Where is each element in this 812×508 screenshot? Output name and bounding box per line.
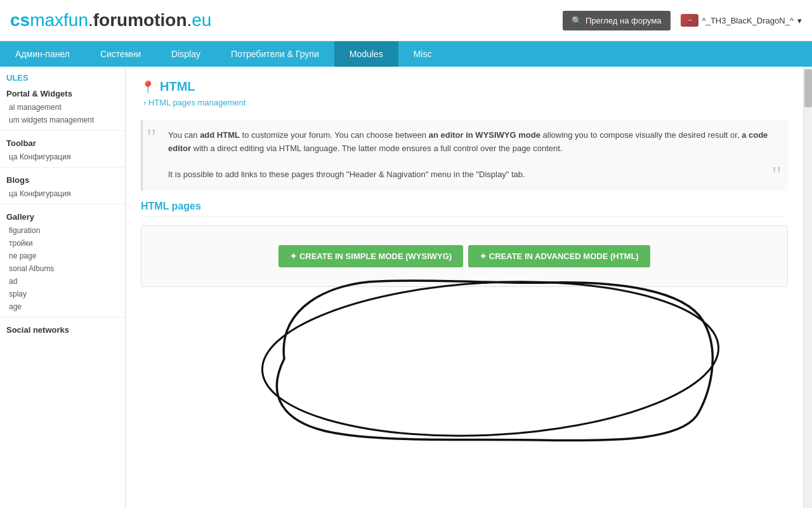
nav-item-display[interactable]: Display <box>156 41 216 67</box>
html-pages-section-title: HTML pages <box>141 201 788 217</box>
sidebar-divider-4 <box>0 317 125 318</box>
sidebar-divider-1 <box>0 130 125 131</box>
sidebar-group-portal: Portal & Widgets <box>0 85 125 101</box>
page-title-row: 📍 HTML <box>141 79 788 94</box>
breadcrumb: › HTML pages management <box>141 98 788 107</box>
scrollbar-thumb[interactable] <box>804 69 812 107</box>
create-advanced-mode-button[interactable]: ✦ CREATE IN ADVANCED MODE (HTML) <box>468 245 650 267</box>
logo-dot1: . <box>88 10 93 30</box>
sidebar-item-um-widgets[interactable]: um widgets management <box>0 114 125 126</box>
html-pages-box: ✦ CREATE IN SIMPLE MODE (WYSIWYG) ✦ CREA… <box>141 225 788 287</box>
layout: ULES Portal & Widgets al management um w… <box>0 67 812 508</box>
sidebar-item-gallery-page[interactable]: ne page <box>0 250 125 262</box>
sidebar-item-gallery-age[interactable]: age <box>0 300 125 313</box>
sidebar-item-gallery-upload[interactable]: ad <box>0 275 125 288</box>
sidebar-item-toolbar-config[interactable]: ца Конфигурация <box>0 150 125 163</box>
sidebar-item-gallery-settings[interactable]: тройки <box>0 237 125 250</box>
sidebar-group-blogs: Blogs <box>0 171 125 187</box>
avatar: 🚗 <box>681 14 698 27</box>
preview-button[interactable]: 🔍 Преглед на форума <box>563 11 671 30</box>
svg-point-0 <box>258 271 723 446</box>
sidebar-group-toolbar: Toolbar <box>0 135 125 150</box>
nav-item-users[interactable]: Потребители & Групи <box>216 41 334 67</box>
logo-eu: eu <box>192 10 211 30</box>
header: csmaxfun.forumotion.eu 🔍 Преглед на фору… <box>0 0 812 41</box>
logo: csmaxfun.forumotion.eu <box>10 10 211 30</box>
nav-item-modules[interactable]: Modules <box>334 41 398 67</box>
logo-forumotion: forumotion <box>93 10 187 30</box>
create-simple-mode-button[interactable]: ✦ CREATE IN SIMPLE MODE (WYSIWYG) <box>278 245 463 267</box>
hand-drawn-circle <box>252 270 728 448</box>
navbar: Админ-панел Системни Display Потребители… <box>0 41 812 67</box>
description-para-2: It is possible to add links to these pag… <box>168 168 778 182</box>
nav-item-system[interactable]: Системни <box>85 41 156 67</box>
add-html-bold: add HTML <box>200 130 240 140</box>
sidebar-item-gallery-config[interactable]: figuration <box>0 224 125 237</box>
sidebar: ULES Portal & Widgets al management um w… <box>0 67 126 508</box>
quote-mark-right: " <box>771 163 782 187</box>
user-area[interactable]: 🚗 ^_TH3_BlacK_DragoN_^ ▾ <box>681 14 802 27</box>
wysiwyg-bold: an editor in WYSIWYG mode <box>429 130 540 140</box>
breadcrumb-link[interactable]: HTML pages management <box>148 98 246 107</box>
sidebar-item-blogs-config[interactable]: ца Конфигурация <box>0 187 125 200</box>
sidebar-group-gallery: Gallery <box>0 208 125 224</box>
sidebar-divider-2 <box>0 167 125 168</box>
logo-cs: cs <box>10 10 30 30</box>
sidebar-section-title: ULES <box>0 67 125 85</box>
sidebar-item-al-management[interactable]: al management <box>0 101 125 114</box>
nav-item-misc[interactable]: Misc <box>398 41 447 67</box>
sidebar-item-gallery-albums[interactable]: sonal Albums <box>0 262 125 275</box>
header-right: 🔍 Преглед на форума 🚗 ^_TH3_BlacK_DragoN… <box>563 11 802 30</box>
preview-btn-label: Преглед на форума <box>586 16 662 25</box>
scrollbar[interactable] <box>803 67 812 508</box>
sidebar-item-gallery-display[interactable]: splay <box>0 288 125 300</box>
nav-item-admin[interactable]: Админ-панел <box>0 41 85 67</box>
quote-mark-left: " <box>147 125 157 149</box>
search-icon: 🔍 <box>572 16 582 25</box>
sidebar-divider-3 <box>0 204 125 204</box>
description-para-1: You can add HTML to customize your forum… <box>168 129 778 156</box>
chevron-down-icon: ▾ <box>797 16 802 25</box>
sidebar-group-social: Social networks <box>0 321 125 337</box>
main-content: 📍 HTML › HTML pages management " You can… <box>126 67 803 508</box>
breadcrumb-arrow: › <box>143 98 146 107</box>
user-name: ^_TH3_BlacK_DragoN_^ <box>702 16 794 25</box>
description-block: " You can add HTML to customize your for… <box>141 120 788 190</box>
location-icon: 📍 <box>141 80 155 94</box>
logo-maxfun: maxfun <box>30 10 88 30</box>
page-title: HTML <box>160 79 195 94</box>
button-row: ✦ CREATE IN SIMPLE MODE (WYSIWYG) ✦ CREA… <box>154 239 775 274</box>
